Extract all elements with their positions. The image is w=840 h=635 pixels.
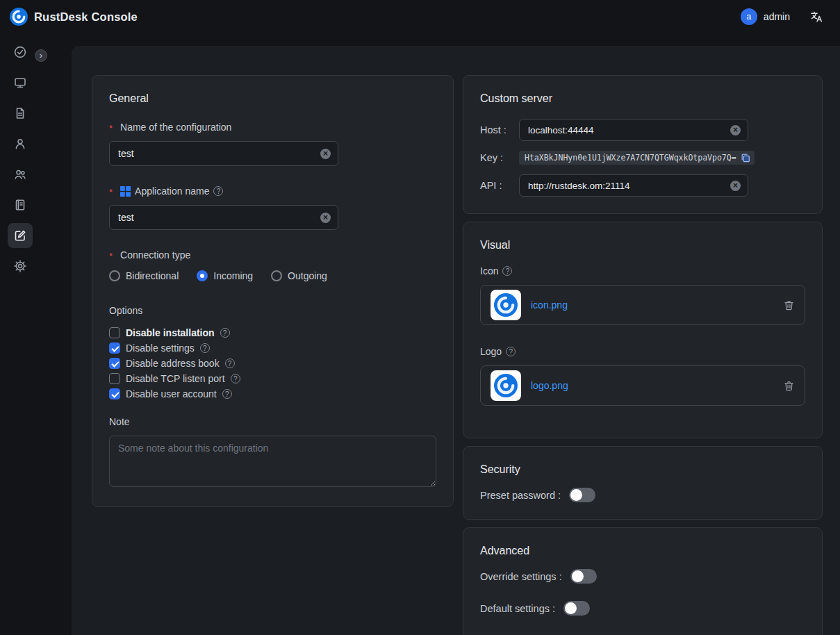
users-icon [13,167,27,181]
sidebar-item-devices[interactable] [8,70,33,95]
help-icon[interactable] [200,343,210,353]
override-settings-row: Override settings : [480,569,805,584]
connection-type-radio-group: Bidirectional Incoming Outgoing [109,270,436,281]
radio-circle[interactable] [197,270,208,281]
preset-password-toggle[interactable] [569,488,595,502]
key-value-chip: HtaXBkJNHyn0e1U1jWXze7A7CN7QTGWqxkOtpaVp… [519,151,755,165]
radio-circle[interactable] [271,270,282,281]
check-circle-icon [13,45,27,59]
sidebar-item-status[interactable] [8,40,33,65]
icon-thumbnail [491,290,521,320]
host-input[interactable] [528,125,730,135]
api-row: API : [480,174,805,197]
note-label: Note [109,416,436,427]
icon-file-link[interactable]: icon.png [531,299,773,311]
help-icon[interactable] [213,186,223,196]
custom-client-edit-icon [13,229,27,242]
copy-icon[interactable] [741,153,750,163]
audit-log-icon [13,198,27,212]
general-title: General [109,92,436,105]
logo-upload-row: logo.png [480,365,805,406]
delete-icon[interactable] [783,380,795,392]
name-config-label: Name of the configuration [109,122,436,133]
clear-icon[interactable] [730,181,741,191]
settings-gear-icon [13,259,27,273]
sidebar-item-audit-log[interactable] [8,192,33,217]
options-checkbox-list: Disable installation Disable settings Di… [109,327,436,399]
key-value: HtaXBkJNHyn0e1U1jWXze7A7CN7QTGWqxkOtpaVp… [525,153,736,163]
delete-icon[interactable] [783,299,795,311]
checkbox-disable-tcp-listen-port[interactable]: Disable TCP listen port [109,373,436,384]
card-custom-server: Custom server Host : Key : HtaXBkJNHyn0e… [463,75,823,214]
logo-file-link[interactable]: logo.png [531,380,773,391]
application-name-input[interactable] [118,212,320,223]
custom-server-title: Custom server [480,92,805,105]
default-settings-toggle[interactable] [563,601,590,616]
card-general: General Name of the configuration Applic… [92,75,454,507]
override-settings-toggle[interactable] [570,569,597,584]
sidebar-item-custom-clients[interactable] [8,223,33,248]
card-security: Security Preset password : [463,446,823,520]
help-icon[interactable] [220,328,230,338]
preset-password-row: Preset password : [480,488,805,502]
default-settings-label: Default settings : [480,603,555,614]
card-visual: Visual Icon icon.png Logo [463,222,823,438]
radio-outgoing[interactable]: Outgoing [271,270,327,281]
help-icon[interactable] [231,374,240,384]
help-icon[interactable] [506,347,516,356]
top-header: RustDesk Console a admin [0,0,840,33]
name-config-input[interactable] [118,148,320,159]
main-content: General Name of the configuration Applic… [72,46,840,635]
security-title: Security [480,463,805,476]
logo-upload-label: Logo [480,346,805,357]
preset-password-label: Preset password : [480,490,561,501]
default-settings-row: Default settings : [480,601,805,616]
help-icon[interactable] [222,389,232,399]
checkbox-disable-settings[interactable]: Disable settings [109,343,436,354]
checkbox-disable-user-account[interactable]: Disable user account [109,388,436,399]
sidebar-item-settings[interactable] [8,254,33,279]
key-label: Key : [480,152,519,163]
user-avatar[interactable]: a [741,8,757,25]
checkbox-box[interactable] [109,343,120,354]
radio-bidirectional[interactable]: Bidirectional [109,270,179,281]
sidebar-item-users[interactable] [8,131,33,156]
application-name-label: Application name [109,185,436,197]
clear-icon[interactable] [320,149,331,159]
checkbox-disable-address-book[interactable]: Disable address book [109,358,436,369]
clear-icon[interactable] [320,213,331,223]
radio-circle[interactable] [109,270,120,281]
language-translate-icon[interactable] [809,10,823,24]
devices-icon [13,76,27,90]
checkbox-disable-installation[interactable]: Disable installation [109,327,436,338]
checkbox-box[interactable] [109,388,120,399]
clear-icon[interactable] [730,125,741,135]
radio-incoming[interactable]: Incoming [197,270,253,281]
checkbox-box[interactable] [109,373,120,384]
app-title: RustDesk Console [34,10,138,24]
checkbox-box[interactable] [109,327,120,338]
sidebar-collapse-chevron-icon[interactable] [35,49,47,62]
api-input[interactable] [528,181,730,191]
sidebar-item-groups[interactable] [8,162,33,187]
card-advanced: Advanced Override settings : Default set… [463,527,823,635]
help-icon[interactable] [225,358,235,368]
visual-title: Visual [480,239,805,251]
sidebar-nav [0,33,40,635]
api-label: API : [480,180,519,191]
rustdesk-logo-icon [10,8,28,26]
logo-thumbnail [491,370,521,401]
sidebar-item-documents[interactable] [8,101,33,126]
host-row: Host : [480,119,805,141]
connection-type-label: Connection type [109,249,436,261]
help-icon[interactable] [502,266,512,276]
username-label[interactable]: admin [764,11,790,22]
key-row: Key : HtaXBkJNHyn0e1U1jWXze7A7CN7QTGWqxk… [480,151,805,165]
user-icon [13,137,27,151]
windows-icon [120,186,131,197]
checkbox-box[interactable] [109,358,120,369]
override-settings-label: Override settings : [480,571,562,582]
options-label: Options [109,305,436,316]
note-textarea[interactable] [109,436,436,487]
api-input-wrap [519,174,748,197]
